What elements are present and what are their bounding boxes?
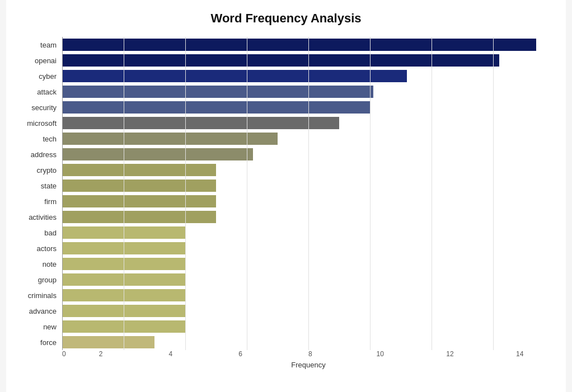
chart-title: Word Frequency Analysis [17, 11, 555, 26]
bar-fill [62, 39, 536, 51]
bar-row [62, 37, 555, 53]
bar-row [62, 68, 555, 84]
bar-fill [62, 54, 499, 67]
bar-label: group [17, 272, 62, 287]
bar-row [62, 53, 555, 68]
bar-label: state [17, 178, 62, 193]
bar-label: microsoft [17, 115, 62, 131]
bar-label: activities [17, 209, 62, 225]
bar-row [62, 319, 555, 334]
bar-label: tech [17, 131, 62, 147]
bar-label: advance [17, 303, 62, 319]
bar-label: team [17, 37, 62, 53]
x-axis: 02468101214 Frequency [62, 350, 555, 369]
x-tick: 14 [485, 350, 555, 358]
x-tick: 4 [135, 350, 205, 358]
bar-fill [62, 195, 216, 207]
bar-row [62, 178, 555, 193]
bar-label: criminals [17, 287, 62, 303]
bar-fill [62, 101, 370, 114]
x-tick: 2 [66, 350, 136, 358]
bar-row [62, 240, 555, 256]
bar-fill [62, 242, 185, 254]
chart-container: Word Frequency Analysis teamopenaicybera… [6, 0, 566, 392]
x-tick: 6 [205, 350, 275, 358]
labels-col: teamopenaicyberattacksecuritymicrosoftte… [17, 37, 62, 350]
bar-row [62, 162, 555, 178]
x-tick: 12 [415, 350, 485, 358]
bar-fill [62, 164, 216, 176]
bar-fill [62, 180, 216, 192]
chart-inner: teamopenaicyberattacksecuritymicrosoftte… [17, 37, 555, 350]
bar-row [62, 131, 555, 147]
x-tick: 10 [345, 350, 415, 358]
bar-row [62, 193, 555, 209]
bar-fill [62, 336, 154, 348]
bar-row [62, 225, 555, 240]
bar-row [62, 272, 555, 287]
bar-fill [62, 289, 185, 301]
bar-label: bad [17, 225, 62, 240]
bar-fill [62, 273, 185, 286]
bar-row [62, 115, 555, 131]
bar-fill [62, 70, 407, 82]
bar-label: force [17, 334, 62, 350]
bar-label: firm [17, 193, 62, 209]
x-tick: 8 [275, 350, 345, 358]
x-axis-title: Frequency [62, 361, 555, 369]
x-axis-labels: 02468101214 [62, 350, 555, 358]
bar-row [62, 334, 555, 350]
bar-fill [62, 86, 373, 98]
bar-label: crypto [17, 162, 62, 178]
bar-fill [62, 305, 185, 317]
bar-label: openai [17, 53, 62, 68]
bar-label: cyber [17, 68, 62, 84]
bars-col [62, 37, 555, 350]
bar-label: attack [17, 84, 62, 100]
bar-row [62, 147, 555, 162]
bar-label: note [17, 256, 62, 272]
bar-fill [62, 133, 278, 145]
bar-row [62, 84, 555, 100]
bar-row [62, 100, 555, 115]
bar-row [62, 256, 555, 272]
bar-fill [62, 148, 253, 160]
bar-label: security [17, 100, 62, 115]
bar-label: new [17, 319, 62, 334]
bar-fill [62, 320, 185, 333]
bar-fill [62, 211, 216, 223]
bar-row [62, 303, 555, 319]
bar-label: actors [17, 240, 62, 256]
bar-row [62, 209, 555, 225]
bar-fill [62, 117, 339, 129]
bar-row [62, 287, 555, 303]
bar-fill [62, 258, 185, 270]
bar-fill [62, 226, 185, 239]
bar-label: address [17, 147, 62, 162]
x-tick: 0 [62, 350, 66, 358]
